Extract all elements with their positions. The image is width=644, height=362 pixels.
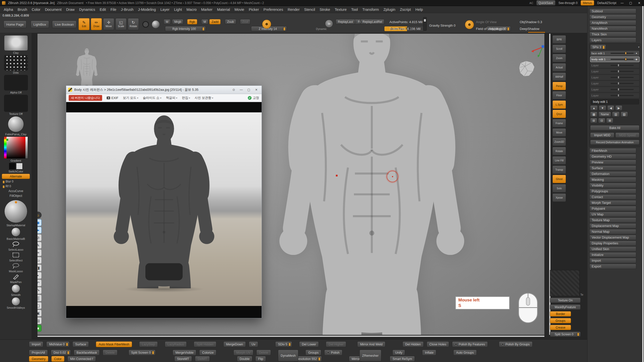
tool-subpalette-header[interactable]: Normal Map xyxy=(589,229,636,234)
scale-mode-button[interactable]: ◱ Scale xyxy=(115,18,127,30)
layer-row[interactable]: face edit 1 ● xyxy=(590,51,639,56)
tool-subpalette-header[interactable]: Contact xyxy=(589,194,636,200)
dock-button[interactable]: Double xyxy=(237,356,253,362)
menu-item[interactable]: Texture xyxy=(332,7,349,12)
dock-button[interactable]: Del Higher xyxy=(326,341,346,347)
mdd-speed-button[interactable]: MDD Speed xyxy=(615,132,639,138)
menu-item[interactable]: Preferences xyxy=(261,7,285,12)
value-slider[interactable] xyxy=(25,137,28,158)
dock-button[interactable]: Close Holes xyxy=(427,341,449,347)
tool-subpalette-header[interactable]: FiberMesh xyxy=(589,148,636,153)
polyf-button[interactable]: Line Fill xyxy=(552,156,566,165)
menu-item[interactable]: Tool xyxy=(349,7,360,12)
layer-name-button[interactable]: Name xyxy=(598,112,611,117)
menu-item[interactable]: Marker xyxy=(199,7,215,12)
redo-icon[interactable]: ↷ xyxy=(37,287,42,294)
groups-button[interactable]: Groups xyxy=(550,318,571,323)
field-of-view-slider[interactable]: Field of view(deg) 30 xyxy=(476,27,506,31)
live-boolean-button[interactable]: Live Boolean xyxy=(52,21,76,28)
current-stroke-thumbnail[interactable] xyxy=(4,55,28,71)
layers-options-icon[interactable]: ▾ xyxy=(638,46,639,49)
zoom3d-button[interactable]: Zoom3D xyxy=(552,138,566,146)
bake-all-button[interactable]: Bake All xyxy=(590,125,639,130)
layer-delete-button[interactable]: ▧ xyxy=(621,112,628,117)
layer-intensity-slider[interactable] xyxy=(611,95,634,96)
layer-intensity-slider[interactable] xyxy=(611,59,634,60)
dock-button[interactable]: Delete xyxy=(103,350,117,355)
basic-material-sphere[interactable] xyxy=(11,228,20,237)
draw-mode-button[interactable]: ✏ Draw xyxy=(91,18,102,30)
floor-button[interactable]: Floor xyxy=(552,91,566,100)
record-deformation-button[interactable]: Record Deformation Animation xyxy=(590,140,639,145)
startup-material-sphere[interactable] xyxy=(4,200,27,223)
layer-next-button[interactable]: ▶ xyxy=(615,105,622,111)
ghost-button[interactable]: Ghost xyxy=(552,175,566,183)
minimize-button[interactable]: — xyxy=(619,1,625,5)
dock-button[interactable]: MergeVisible xyxy=(173,350,196,355)
alpha-sphere-icon[interactable] xyxy=(152,21,159,28)
fillobject-button[interactable]: FillObject xyxy=(10,194,22,198)
layer-up-button[interactable]: ▲ xyxy=(590,105,598,111)
tool-subpalette-header[interactable]: Thick Skin xyxy=(589,32,636,37)
dock-button[interactable]: BackfaceMask xyxy=(74,350,100,355)
pin-toggle[interactable]: ✔ 고정 xyxy=(248,96,259,100)
viewer-maximize-button[interactable]: ▢ xyxy=(246,88,252,92)
tool-subpalette-header[interactable]: Preview xyxy=(589,160,636,165)
layer-row[interactable]: Layer xyxy=(590,81,639,86)
scroll-button[interactable]: Scroll xyxy=(552,44,566,53)
stroke-curve-icon[interactable] xyxy=(142,21,149,28)
dock-button[interactable]: Flip xyxy=(255,356,266,362)
current-alpha-thumbnail[interactable] xyxy=(4,75,28,90)
layer-name-field[interactable]: body edit 1 xyxy=(591,99,639,104)
swatch-icon[interactable]: ■ xyxy=(37,325,42,332)
replay-last-button[interactable]: ReplayLast xyxy=(336,19,355,24)
layer-state-icon[interactable]: ◉ xyxy=(635,58,638,61)
menu-item[interactable]: Render xyxy=(285,7,302,12)
zcut-button[interactable]: Zcut xyxy=(240,19,250,24)
menu-item[interactable]: Light xyxy=(172,7,184,12)
layer-row[interactable]: Layer xyxy=(590,93,639,98)
pencil-icon[interactable]: ✏ xyxy=(37,249,42,256)
menu-item[interactable]: Movie xyxy=(232,7,247,12)
smooth-brush-thumbnail[interactable] xyxy=(12,284,20,293)
dock-button[interactable]: ZRemesher xyxy=(359,350,381,361)
update-notice-button[interactable]: 새 버전이 나왔습니다 xyxy=(69,95,102,101)
mask-pen-icon[interactable] xyxy=(12,274,20,280)
dock-button[interactable]: DynaMesh xyxy=(278,350,299,361)
tool-subpalette-header[interactable]: Polypaint xyxy=(589,206,636,211)
green-swatch[interactable] xyxy=(6,139,8,141)
current-texture-thumbnail[interactable] xyxy=(4,95,28,112)
menu-item[interactable]: Stroke xyxy=(317,7,333,12)
border-button[interactable]: Border xyxy=(550,311,571,316)
select-lasso-icon[interactable] xyxy=(12,241,20,248)
menu-item[interactable]: Color xyxy=(29,7,43,12)
dock-button[interactable]: Import xyxy=(29,341,43,347)
layer-intensity-slider[interactable] xyxy=(611,83,634,84)
menu-item[interactable]: Draw xyxy=(64,7,77,12)
import-mdd-button[interactable]: Import MDD xyxy=(590,132,614,138)
layer-intensity-slider[interactable] xyxy=(611,65,634,66)
lightbox-button[interactable]: LightBox xyxy=(31,21,49,28)
tool-subpalette-header[interactable]: Unified Skin xyxy=(589,246,636,252)
close-button[interactable]: ✕ xyxy=(636,1,642,5)
menu-item[interactable]: Edit xyxy=(97,7,108,12)
dock-button[interactable]: Geometry xyxy=(29,356,48,362)
menus-button[interactable]: Menus xyxy=(581,0,594,6)
tool-subpalette-header[interactable]: Export xyxy=(589,264,636,269)
alternate-button[interactable]: Alternate xyxy=(2,174,30,179)
dot-icon[interactable]: • xyxy=(37,272,42,279)
dock-button[interactable]: Auto Groups xyxy=(453,350,476,355)
replay-last-rel-button[interactable]: ReplayLastRel xyxy=(360,19,384,24)
cursor-icon[interactable]: ➤ xyxy=(37,227,42,234)
dock-button[interactable]: Groups xyxy=(305,350,321,355)
dock-button[interactable]: Polish By Groups xyxy=(499,341,533,347)
dock-button[interactable]: Polish xyxy=(324,350,342,355)
bpr-button[interactable]: BPR xyxy=(552,35,566,44)
menu-item[interactable]: J-Modeling xyxy=(136,7,158,12)
qxyz-button[interactable]: Qxyz xyxy=(552,110,566,118)
tool-subpalette-header[interactable]: Vector Displacement Map xyxy=(589,235,636,240)
solo-button[interactable]: Solo xyxy=(552,184,566,193)
rotate-button[interactable]: Rotate xyxy=(552,147,566,155)
mask-by-feature-button[interactable]: MaskByFeature xyxy=(550,304,581,310)
edit-mode-button[interactable]: ✎ Edit xyxy=(78,18,90,30)
